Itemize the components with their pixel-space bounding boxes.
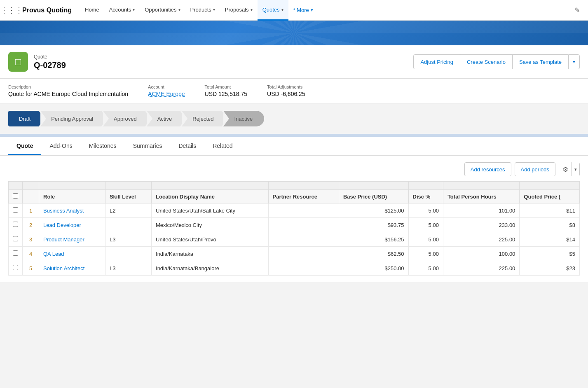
row-quoted-4: $23: [520, 261, 580, 276]
select-all-checkbox[interactable]: [13, 193, 18, 199]
more-chevron-icon: ▾: [311, 7, 313, 13]
status-step-approved[interactable]: Approved: [103, 111, 145, 126]
row-num-2: 3: [23, 232, 39, 247]
table-row: 3 Product Manager L3 United States/Utah/…: [9, 232, 580, 247]
row-checkbox-0[interactable]: [13, 207, 18, 213]
quote-actions-group: Adjust Pricing Create Scenario Save as T…: [413, 54, 580, 69]
tab-details[interactable]: Details: [170, 137, 204, 155]
col-th-disc: Disc %: [408, 190, 443, 203]
settings-icon-button[interactable]: ⚙: [559, 162, 572, 176]
status-bar: Draft Pending Approval Approved Active R…: [8, 111, 580, 126]
account-link[interactable]: ACME Europe: [148, 91, 185, 97]
row-role-1[interactable]: Lead Developer: [39, 218, 105, 232]
save-as-template-button[interactable]: Save as Template: [512, 54, 568, 69]
edit-nav-icon[interactable]: ✎: [571, 3, 583, 17]
col-th-location: Location Display Name: [152, 190, 269, 203]
row-partner-1: [268, 218, 339, 232]
row-disc-1: 5.00: [408, 218, 443, 232]
blue-banner: [0, 21, 588, 45]
row-location-4: India/Karnataka/Bangalore: [152, 261, 269, 276]
row-base-price-4: $250.00: [339, 261, 408, 276]
row-checkbox-cell[interactable]: [9, 232, 23, 247]
nav-more-button[interactable]: * More ▾: [288, 0, 318, 21]
status-step-rejected[interactable]: Rejected: [182, 111, 222, 126]
add-periods-button[interactable]: Add periods: [515, 162, 555, 176]
tab-addons[interactable]: Add-Ons: [41, 137, 80, 155]
row-num-1: 2: [23, 218, 39, 232]
quote-id-section: □ Quote Q-02789: [8, 52, 66, 72]
row-disc-3: 5.00: [408, 247, 443, 261]
col-header-check: [9, 182, 23, 190]
nav-item-home[interactable]: Home: [80, 0, 104, 21]
row-partner-0: [268, 203, 339, 218]
tab-milestones[interactable]: Milestones: [81, 137, 125, 155]
nav-item-quotes[interactable]: Quotes ▾: [258, 0, 288, 21]
quote-number: Q-02789: [34, 61, 66, 70]
row-checkbox-cell[interactable]: [9, 218, 23, 232]
col-header-partner: [268, 182, 339, 190]
table-row: 5 Solution Architect L3 India/Karnataka/…: [9, 261, 580, 276]
row-role-3[interactable]: QA Lead: [39, 247, 105, 261]
nav-item-proposals[interactable]: Proposals ▾: [220, 0, 258, 21]
create-scenario-button[interactable]: Create Scenario: [460, 54, 512, 69]
status-step-draft[interactable]: Draft: [8, 111, 39, 126]
row-skill-1: [105, 218, 151, 232]
row-checkbox-4[interactable]: [13, 265, 18, 270]
row-role-4[interactable]: Solution Architect: [39, 261, 105, 276]
settings-chevron-button[interactable]: ▾: [572, 162, 579, 176]
row-hours-3: 100.00: [443, 247, 519, 261]
row-base-price-2: $156.25: [339, 232, 408, 247]
quote-info: Quote Q-02789: [34, 54, 66, 70]
row-checkbox-cell[interactable]: [9, 203, 23, 218]
row-checkbox-2[interactable]: [13, 236, 18, 241]
content-area: Add resources Add periods ⚙ ▾: [0, 156, 588, 282]
row-skill-0: L2: [105, 203, 151, 218]
nav-item-products[interactable]: Products ▾: [185, 0, 220, 21]
status-step-active[interactable]: Active: [147, 111, 180, 126]
row-role-2[interactable]: Product Manager: [39, 232, 105, 247]
row-checkbox-3[interactable]: [13, 250, 18, 256]
status-step-pending[interactable]: Pending Approval: [40, 111, 101, 126]
quote-header-card: □ Quote Q-02789 Adjust Pricing Create Sc…: [0, 45, 588, 79]
row-hours-2: 225.00: [443, 232, 519, 247]
nav-item-opportunities[interactable]: Opportunities ▾: [140, 0, 185, 21]
row-checkbox-cell[interactable]: [9, 247, 23, 261]
meta-account: Account ACME Europe: [148, 84, 185, 97]
row-base-price-0: $125.00: [339, 203, 408, 218]
row-location-2: United States/Utah/Provo: [152, 232, 269, 247]
description-value: Quote for ACME Europe Cloud Implementati…: [8, 91, 128, 97]
tab-related[interactable]: Related: [204, 137, 241, 155]
tab-quote[interactable]: Quote: [8, 137, 41, 155]
row-hours-1: 233.00: [443, 218, 519, 232]
row-partner-4: [268, 261, 339, 276]
row-partner-3: [268, 247, 339, 261]
app-grid-icon[interactable]: ⋮⋮⋮: [5, 4, 18, 17]
table-row: 2 Lead Developer Mexico/Mexico City $93.…: [9, 218, 580, 232]
col-th-partner: Partner Resource: [268, 190, 339, 203]
tabs-bar: Quote Add-Ons Milestones Summaries Detai…: [0, 137, 588, 156]
status-step-inactive[interactable]: Inactive: [223, 111, 264, 126]
col-header-quoted: [520, 182, 580, 190]
tab-summaries[interactable]: Summaries: [125, 137, 171, 155]
row-skill-3: [105, 247, 151, 261]
adjust-pricing-button[interactable]: Adjust Pricing: [413, 54, 460, 69]
row-checkbox-1[interactable]: [13, 222, 18, 227]
quote-label: Quote: [34, 54, 66, 60]
row-partner-2: [268, 232, 339, 247]
quote-icon: □: [15, 56, 21, 68]
col-th-check[interactable]: [9, 190, 23, 203]
row-skill-2: L3: [105, 232, 151, 247]
nav-item-accounts[interactable]: Accounts ▾: [104, 0, 140, 21]
row-base-price-3: $62.50: [339, 247, 408, 261]
row-hours-4: 225.00: [443, 261, 519, 276]
row-checkbox-cell[interactable]: [9, 261, 23, 276]
add-resources-button[interactable]: Add resources: [464, 162, 511, 176]
settings-button-group: ⚙ ▾: [559, 162, 580, 176]
col-th-base-price: Base Price (USD): [339, 190, 408, 203]
row-role-0[interactable]: Business Analyst: [39, 203, 105, 218]
actions-dropdown-chevron[interactable]: ▾: [568, 54, 580, 69]
col-th-num: [23, 190, 39, 203]
row-location-0: United States/Utah/Salt Lake City: [152, 203, 269, 218]
products-chevron-icon: ▾: [213, 7, 215, 12]
row-disc-4: 5.00: [408, 261, 443, 276]
